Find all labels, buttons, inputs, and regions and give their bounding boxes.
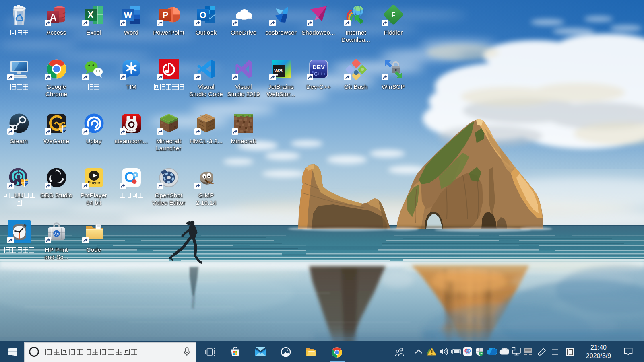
svg-text:C++: C++ (314, 71, 323, 77)
svg-text:DEV: DEV (312, 64, 325, 70)
svg-text:F: F (391, 11, 395, 19)
svg-text:P: P (162, 10, 168, 20)
svg-text:W: W (124, 10, 132, 20)
svg-text:X: X (87, 10, 94, 20)
svg-text:Player: Player (87, 180, 100, 185)
svg-text:WS: WS (274, 68, 283, 74)
svg-text:hp: hp (54, 232, 59, 236)
svg-text:O: O (199, 10, 206, 20)
